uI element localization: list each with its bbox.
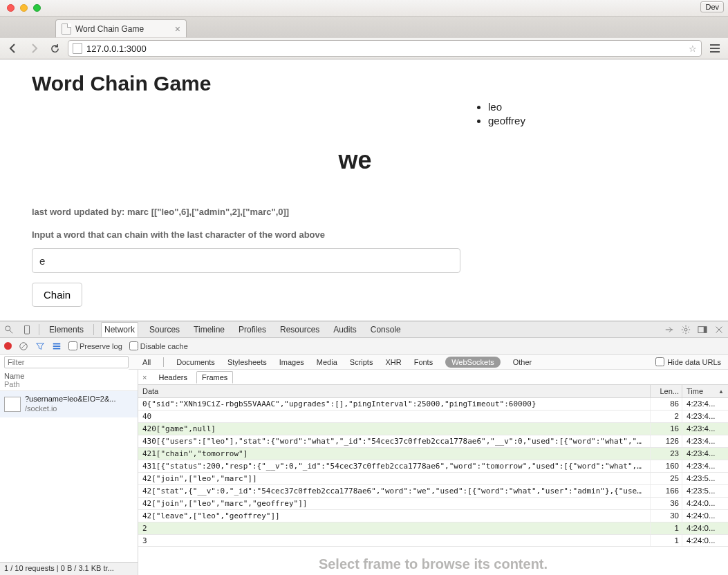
tab-title: Word Chain Game bbox=[75, 24, 144, 34]
inspect-icon[interactable] bbox=[4, 325, 14, 334]
browser-tab[interactable]: Word Chain Game × bbox=[55, 19, 187, 37]
chrome-menu-icon[interactable] bbox=[707, 41, 722, 56]
network-filter-input[interactable] bbox=[4, 356, 129, 368]
back-button[interactable] bbox=[6, 41, 21, 56]
filter-icon[interactable] bbox=[35, 341, 45, 351]
forward-button[interactable] bbox=[26, 41, 41, 56]
filter-xhr[interactable]: XHR bbox=[385, 358, 401, 366]
hide-data-urls-checkbox[interactable]: Hide data URLs bbox=[655, 357, 721, 366]
chain-button[interactable]: Chain bbox=[32, 283, 82, 307]
dock-side-icon[interactable] bbox=[698, 325, 707, 334]
frame-time: 4:23:4... bbox=[682, 435, 728, 447]
preserve-log-checkbox[interactable]: Preserve log bbox=[68, 341, 122, 350]
svg-rect-5 bbox=[704, 326, 707, 332]
svg-rect-10 bbox=[53, 348, 61, 349]
devtools-tab-audits[interactable]: Audits bbox=[330, 325, 359, 334]
svg-rect-8 bbox=[53, 343, 61, 344]
site-icon bbox=[73, 43, 82, 54]
drawer-toggle-icon[interactable] bbox=[664, 325, 674, 334]
filter-all[interactable]: All bbox=[142, 358, 151, 366]
filter-websockets[interactable]: WebSockets bbox=[445, 357, 501, 368]
view-icon[interactable] bbox=[52, 341, 62, 351]
devtools-tab-sources[interactable]: Sources bbox=[147, 325, 183, 334]
frame-length: 16 bbox=[651, 423, 682, 435]
clear-icon[interactable] bbox=[19, 341, 28, 351]
filter-scripts[interactable]: Scripts bbox=[350, 358, 373, 366]
col-time-header[interactable]: Time▲ bbox=[682, 385, 728, 397]
word-input[interactable] bbox=[32, 248, 460, 273]
filter-documents[interactable]: Documents bbox=[176, 358, 215, 366]
filter-stylesheets[interactable]: Stylesheets bbox=[227, 358, 267, 366]
devtools-tab-timeline[interactable]: Timeline bbox=[191, 325, 227, 334]
frame-row[interactable]: 42["join",["leo","marc","geoffrey"]]364:… bbox=[138, 498, 728, 510]
svg-point-0 bbox=[6, 326, 10, 330]
request-path: /socket.io bbox=[25, 404, 115, 414]
filter-images[interactable]: Images bbox=[279, 358, 304, 366]
record-icon[interactable] bbox=[4, 342, 12, 350]
dev-badge: Dev bbox=[700, 1, 724, 12]
devtools-tab-profiles[interactable]: Profiles bbox=[236, 325, 269, 334]
address-bar[interactable]: 127.0.0.1:3000 ☆ bbox=[68, 40, 702, 57]
minimize-window-icon[interactable] bbox=[20, 4, 28, 12]
frame-time: 4:24:0... bbox=[682, 535, 728, 546]
frame-row[interactable]: 42["stat",{"__v":0,"_id":"54cec37c0ffeb2… bbox=[138, 485, 728, 498]
frame-data: 431[{"status":200,"resp":{"__v":0,"_id":… bbox=[138, 460, 651, 472]
player-item: geoffrey bbox=[488, 115, 710, 126]
settings-gear-icon[interactable] bbox=[681, 325, 691, 334]
network-filter-bar: AllDocumentsStylesheetsImagesMediaScript… bbox=[129, 355, 728, 370]
frame-data: 2 bbox=[138, 522, 651, 534]
subtab-headers[interactable]: Headers bbox=[153, 372, 192, 383]
instruction-text: Input a word that can chain with the las… bbox=[32, 229, 710, 240]
tab-close-icon[interactable]: × bbox=[175, 24, 180, 34]
disable-cache-label: Disable cache bbox=[140, 342, 188, 350]
preserve-log-label: Preserve log bbox=[80, 342, 122, 350]
frame-row[interactable]: 420["game",null]164:23:4... bbox=[138, 423, 728, 435]
bookmark-star-icon[interactable]: ☆ bbox=[689, 44, 697, 54]
frame-time: 4:23:4... bbox=[682, 398, 728, 410]
device-icon[interactable] bbox=[22, 325, 32, 334]
maximize-window-icon[interactable] bbox=[33, 4, 41, 12]
frame-row[interactable]: 430[{"users":["leo"],"stat":{"word":"wha… bbox=[138, 435, 728, 448]
devtools-close-icon[interactable] bbox=[714, 325, 724, 334]
frame-row[interactable]: 4024:23:4... bbox=[138, 411, 728, 423]
frame-row[interactable]: 42["join",["leo","marc"]]254:23:5... bbox=[138, 473, 728, 485]
frame-time: 4:23:4... bbox=[682, 448, 728, 460]
disable-cache-checkbox[interactable]: Disable cache bbox=[129, 341, 188, 350]
page-icon bbox=[62, 23, 71, 35]
close-request-icon[interactable]: × bbox=[142, 373, 147, 381]
frame-data: 420["game",null] bbox=[138, 423, 651, 435]
frame-data: 430[{"users":["leo"],"stat":{"word":"wha… bbox=[138, 435, 651, 447]
reload-button[interactable] bbox=[47, 41, 62, 56]
frame-row[interactable]: 0{"sid":"XNhi9CiZ-rbgbS5VAAAC","upgrades… bbox=[138, 398, 728, 411]
frame-length: 86 bbox=[651, 398, 682, 410]
filter-media[interactable]: Media bbox=[317, 358, 337, 366]
request-row[interactable]: ?username=leo&EIO=2&... /socket.io bbox=[0, 391, 138, 417]
frame-time: 4:24:0... bbox=[682, 510, 728, 522]
devtools-tab-resources[interactable]: Resources bbox=[277, 325, 322, 334]
col-data-header[interactable]: Data bbox=[138, 385, 651, 397]
frame-time: 4:23:5... bbox=[682, 473, 728, 484]
frame-row[interactable]: 42["leave",["leo","geoffrey"]]304:24:0..… bbox=[138, 510, 728, 522]
frames-grid-body[interactable]: 0{"sid":"XNhi9CiZ-rbgbS5VAAAC","upgrades… bbox=[138, 398, 728, 546]
frame-time: 4:23:5... bbox=[682, 485, 728, 497]
devtools-tab-network[interactable]: Network bbox=[101, 322, 138, 337]
col-length-header[interactable]: Len... bbox=[651, 385, 682, 397]
frame-row[interactable]: 421["chain","tomorrow"]234:23:4... bbox=[138, 448, 728, 460]
subtab-frames[interactable]: Frames bbox=[196, 371, 233, 384]
page-content: Word Chain Game leogeoffrey we last word… bbox=[0, 59, 728, 321]
devtools-panel: ElementsNetwork Sources Timeline Profile… bbox=[0, 321, 728, 575]
frame-row[interactable]: 214:24:0... bbox=[138, 522, 728, 535]
frame-length: 166 bbox=[651, 485, 682, 497]
frame-data: 0{"sid":"XNhi9CiZ-rbgbS5VAAAC","upgrades… bbox=[138, 398, 651, 410]
filter-other[interactable]: Other bbox=[513, 358, 532, 366]
frame-row[interactable]: 314:24:0... bbox=[138, 535, 728, 546]
close-window-icon[interactable] bbox=[7, 4, 15, 12]
devtools-tab-elements[interactable]: Elements bbox=[46, 325, 86, 334]
svg-rect-2 bbox=[25, 325, 30, 333]
col-name-header: Name bbox=[4, 372, 133, 380]
frame-data: 42["join",["leo","marc"]] bbox=[138, 473, 651, 484]
frame-row[interactable]: 431[{"status":200,"resp":{"__v":0,"_id":… bbox=[138, 460, 728, 473]
filter-fonts[interactable]: Fonts bbox=[414, 358, 433, 366]
devtools-tab-console[interactable]: Console bbox=[368, 325, 404, 334]
frame-length: 30 bbox=[651, 510, 682, 522]
